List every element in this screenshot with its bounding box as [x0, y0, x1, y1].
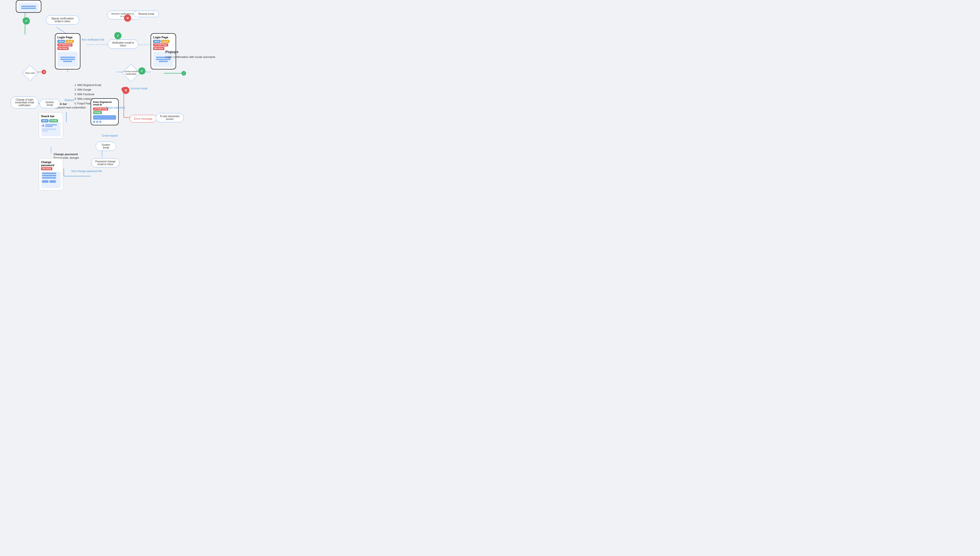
method-1: 1. With Registred Email	[74, 83, 101, 87]
new-user-diamond: New user	[17, 66, 43, 80]
resend-email-oval: Resend email	[134, 11, 159, 17]
from-change-pwd-label: from change password link	[71, 170, 102, 173]
redirect-label: Redirect	[65, 99, 74, 102]
change-login-oval: Change of login credentials email notifi…	[11, 97, 38, 108]
system-email-oval-1: Systememail	[40, 99, 60, 108]
popups-section: Popups Login confirmation with social us…	[165, 50, 215, 58]
check-icon-2: ✓	[114, 32, 121, 39]
svg-point-9	[181, 71, 186, 76]
last-interaction-oval: To last interaction screen	[156, 113, 184, 122]
pwd-change-email-oval: Password change email to inbox	[91, 158, 119, 168]
forgot-password-label: Forgot password	[106, 106, 125, 110]
system-email-oval-2: Systememail	[96, 142, 116, 151]
email-request-label: Email request	[102, 134, 118, 137]
signup-confirmation-oval: Signup confirmation email to inbox	[46, 15, 79, 24]
check-icon-3: ✓	[138, 67, 145, 74]
from-verification-link-label: from verification link	[82, 38, 104, 41]
diagram-canvas: ✓ ✕ ✓ ✕ ✓ ✕	[0, 0, 490, 278]
svg-text:✕: ✕	[43, 71, 45, 74]
login-page-card-1: Login Page NEW ASAP ATTENTION REVIEW	[55, 33, 81, 70]
red-cross-1: ✕	[124, 15, 131, 22]
red-cross-2: ✕	[122, 87, 129, 94]
incorrect-email-label: Incorrect email	[131, 87, 147, 91]
change-password-card: Change password REVIEW	[39, 158, 63, 191]
svg-text:✓: ✓	[183, 72, 185, 75]
method-2: 2. With Google	[74, 87, 101, 92]
check-icon-1: ✓	[23, 17, 30, 24]
method-3: 3. With Facebook	[74, 92, 101, 97]
snack-bar-card: Snack bar NEW DONE	[39, 112, 63, 139]
error-message-node: Error message	[130, 115, 157, 123]
verify-email-oval: Verification email to inbox	[108, 40, 138, 49]
register-email-card: Enter Registered email ID ATTENTION DONE	[90, 98, 119, 125]
top-screen-card	[16, 0, 41, 13]
